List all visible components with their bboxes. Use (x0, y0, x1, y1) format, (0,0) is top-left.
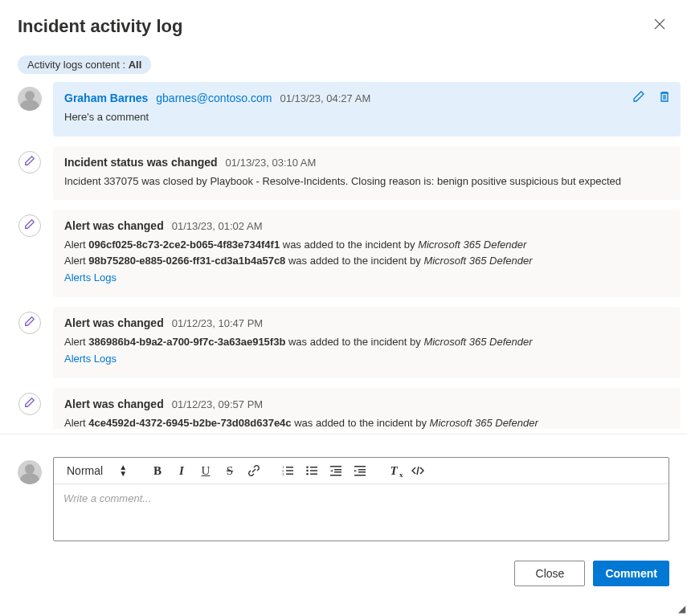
clear-format-button[interactable]: Tx (386, 463, 402, 479)
system-avatar (18, 312, 41, 334)
filter-label: Activity logs content : (27, 59, 129, 71)
filter-pill[interactable]: Activity logs content : All (18, 55, 151, 74)
timestamp: 01/12/23, 09:57 PM (172, 398, 263, 410)
outdent-button[interactable] (328, 463, 344, 479)
edit-comment-button[interactable] (632, 90, 645, 106)
event-body: Here's a comment (64, 109, 669, 125)
event-title: Incident status was changed (64, 156, 218, 169)
activity-row: Alert was changed01/13/23, 01:02 AMAlert… (18, 210, 681, 297)
event-title: Alert was changed (64, 219, 164, 232)
svg-text:3: 3 (282, 472, 284, 476)
italic-button[interactable]: I (174, 463, 190, 479)
code-icon (411, 464, 424, 477)
event-title: Alert was changed (64, 398, 164, 410)
outdent-icon (329, 464, 342, 477)
comment-button[interactable]: Comment (593, 561, 669, 586)
event-body: Alert 096cf025-8c73-2ce2-b065-4f83e734f4… (64, 237, 669, 286)
author-email: gbarnes@contoso.com (156, 92, 272, 104)
unordered-list-icon (305, 464, 318, 477)
unordered-list-button[interactable] (304, 463, 320, 479)
panel-title: Incident activity log (18, 16, 182, 37)
ordered-list-button[interactable]: 123 (280, 463, 296, 479)
activity-row: Graham Barnesgbarnes@contoso.com01/13/23… (18, 82, 681, 137)
system-avatar (18, 214, 41, 237)
pencil-icon (24, 218, 35, 233)
ordered-list-icon: 123 (281, 464, 294, 477)
comment-placeholder: Write a comment... (63, 492, 151, 504)
timestamp: 01/13/23, 04:27 AM (280, 92, 370, 104)
link-button[interactable] (246, 463, 262, 479)
close-icon (653, 18, 666, 31)
svg-point-4 (306, 470, 309, 472)
timestamp: 01/13/23, 01:02 AM (172, 220, 263, 232)
system-event-card: Alert was changed01/12/23, 10:47 PMAlert… (53, 307, 681, 378)
event-body: Incident 337075 was closed by Playbook -… (64, 173, 669, 190)
user-avatar (18, 87, 42, 111)
timestamp: 01/12/23, 10:47 PM (172, 317, 263, 329)
link-icon (247, 464, 260, 477)
close-button[interactable]: Close (514, 561, 585, 586)
activity-row: Alert was changed01/12/23, 09:57 PMAlert… (18, 388, 681, 430)
pencil-icon (24, 397, 35, 411)
paragraph-style-label: Normal (67, 464, 103, 477)
svg-point-3 (306, 466, 309, 468)
activity-list: Graham Barnesgbarnes@contoso.com01/13/23… (0, 82, 687, 429)
event-body: Alert 386986b4-b9a2-a700-9f7c-3a63ae915f… (64, 334, 669, 367)
indent-icon (354, 464, 366, 477)
editor-toolbar: Normal ▲▼ B I U S 123 (54, 458, 669, 484)
strikethrough-button[interactable]: S (222, 463, 238, 479)
alerts-logs-link[interactable]: Alerts Logs (64, 270, 117, 286)
indent-button[interactable] (352, 463, 368, 479)
bold-button[interactable]: B (149, 463, 166, 479)
comment-composer: Normal ▲▼ B I U S 123 (0, 434, 687, 541)
svg-point-5 (306, 473, 309, 475)
pencil-icon (24, 316, 35, 330)
activity-row: Incident status was changed01/13/23, 03:… (18, 146, 681, 201)
system-avatar (18, 393, 41, 415)
system-avatar (18, 151, 41, 173)
filter-value: All (129, 59, 142, 71)
activity-row: Alert was changed01/12/23, 10:47 PMAlert… (18, 307, 681, 378)
comment-card: Graham Barnesgbarnes@contoso.com01/13/23… (53, 82, 681, 137)
chevron-updown-icon: ▲▼ (119, 464, 127, 477)
underline-button[interactable]: U (198, 463, 214, 479)
author-name: Graham Barnes (64, 92, 148, 104)
alerts-logs-link[interactable]: Alerts Logs (64, 351, 117, 367)
pencil-icon (24, 155, 35, 169)
system-event-card: Alert was changed01/13/23, 01:02 AMAlert… (53, 210, 681, 297)
delete-comment-button[interactable] (658, 90, 671, 106)
clear-format-icon: Tx (390, 464, 397, 478)
system-event-card: Alert was changed01/12/23, 09:57 PMAlert… (53, 388, 681, 430)
event-title: Alert was changed (64, 316, 164, 329)
resize-grip-icon: ◢ (678, 603, 685, 614)
timestamp: 01/13/23, 03:10 AM (226, 157, 317, 169)
event-body: Alert 4ce4592d-4372-6945-b2be-73d08d637e… (64, 415, 669, 430)
code-button[interactable] (410, 463, 426, 479)
comment-input[interactable]: Write a comment... (54, 484, 669, 541)
current-user-avatar (18, 460, 42, 484)
close-panel-button[interactable] (650, 14, 669, 38)
system-event-card: Incident status was changed01/13/23, 03:… (53, 146, 681, 201)
paragraph-style-select[interactable]: Normal ▲▼ (62, 463, 132, 479)
